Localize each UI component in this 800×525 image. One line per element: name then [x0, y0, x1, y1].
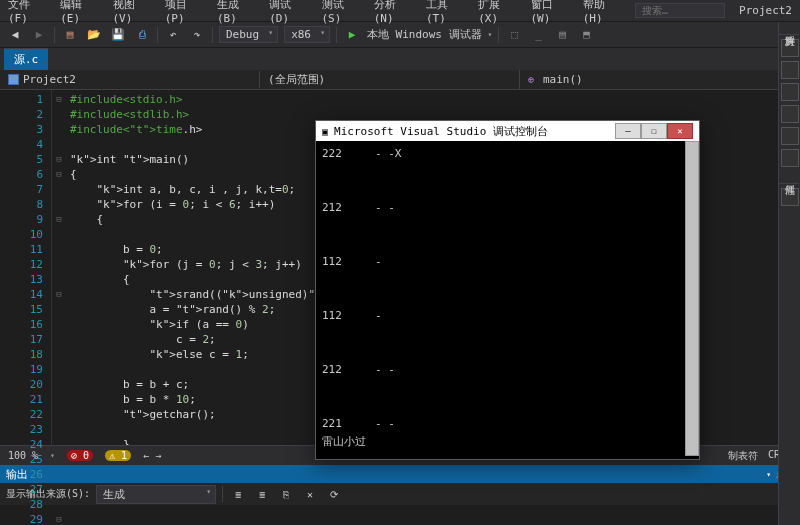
line-gutter: 1234567891011121314151617181920212223242… — [0, 90, 52, 445]
config-dropdown[interactable]: Debug — [219, 26, 278, 43]
menu-test[interactable]: 测试(S) — [322, 0, 360, 25]
dock-icon-2[interactable] — [781, 61, 799, 79]
tb-icon-1[interactable]: ⬚ — [505, 26, 523, 44]
dock-icon-3[interactable] — [781, 83, 799, 101]
undo-icon[interactable]: ↶ — [164, 26, 182, 44]
menu-help[interactable]: 帮助(H) — [583, 0, 621, 25]
out-ico-3[interactable]: ⎘ — [277, 485, 295, 503]
tb-icon-3[interactable]: ▤ — [553, 26, 571, 44]
nav-function[interactable]: ⊕main() — [520, 71, 780, 88]
saveall-icon[interactable]: ⎙ — [133, 26, 151, 44]
project-name: Project2 — [739, 4, 792, 17]
tb-icon-4[interactable]: ⬒ — [577, 26, 595, 44]
main-toolbar: ◀ ▶ ▤ 📂 💾 ⎙ ↶ ↷ Debug x86 ▶ 本地 Windows 调… — [0, 22, 800, 48]
console-app-icon: ▣ — [322, 126, 328, 137]
nav-scope-label: (全局范围) — [268, 72, 325, 87]
output-toolbar: 显示输出来源(S): 生成 ≣ ≣ ⎘ ✕ ⟳ — [0, 483, 800, 505]
nav-bar: Project2 (全局范围) ⊕main() + — [0, 70, 800, 90]
sb-tabs[interactable]: 制表符 — [728, 449, 758, 463]
menu-debug[interactable]: 调试(D) — [269, 0, 307, 25]
menu-edit[interactable]: 编辑(E) — [60, 0, 98, 25]
editor-tabstrip: 源.c — [0, 48, 800, 70]
project-icon — [8, 74, 19, 85]
nav-scope[interactable]: (全局范围) — [260, 70, 520, 89]
open-icon[interactable]: 📂 — [85, 26, 103, 44]
run-button[interactable]: 本地 Windows 调试器 — [367, 27, 482, 42]
nav-project[interactable]: Project2 — [0, 71, 260, 88]
platform-dropdown[interactable]: x86 — [284, 26, 330, 43]
console-output[interactable]: 222 - -X 212 - - 112 - 112 - 212 - - 221… — [316, 141, 699, 456]
right-dock: 解决方 属性 — [778, 22, 800, 525]
console-titlebar[interactable]: ▣ Microsoft Visual Studio 调试控制台 — ☐ ✕ — [316, 121, 699, 141]
nav-arrows[interactable]: ← → — [143, 450, 161, 461]
console-title-text: Microsoft Visual Studio 调试控制台 — [334, 124, 548, 139]
menu-build[interactable]: 生成(B) — [217, 0, 255, 25]
dock-solution-explorer[interactable]: 解决方 — [779, 22, 799, 35]
dock-icon-5[interactable] — [781, 127, 799, 145]
output-title: 输出 — [6, 467, 28, 482]
dock-icon-6[interactable] — [781, 149, 799, 167]
run-icon[interactable]: ▶ — [343, 26, 361, 44]
out-ico-1[interactable]: ≣ — [229, 485, 247, 503]
dock-icon-1[interactable] — [781, 39, 799, 57]
output-body[interactable] — [0, 505, 800, 525]
function-icon: ⊕ — [528, 74, 539, 85]
console-minimize-button[interactable]: — — [615, 123, 641, 139]
debug-console-window[interactable]: ▣ Microsoft Visual Studio 调试控制台 — ☐ ✕ 22… — [315, 120, 700, 460]
menu-project[interactable]: 项目(P) — [165, 0, 203, 25]
out-ico-4[interactable]: ✕ — [301, 485, 319, 503]
nav-project-label: Project2 — [23, 73, 76, 86]
output-panel-header: 输出 ▾ 📌 ✕ — [0, 465, 800, 483]
console-close-button[interactable]: ✕ — [667, 123, 693, 139]
console-maximize-button[interactable]: ☐ — [641, 123, 667, 139]
menu-view[interactable]: 视图(V) — [113, 0, 151, 25]
new-icon[interactable]: ▤ — [61, 26, 79, 44]
menu-window[interactable]: 窗口(W) — [531, 0, 569, 25]
console-scrollbar[interactable] — [685, 141, 699, 456]
redo-icon[interactable]: ↷ — [188, 26, 206, 44]
output-source-dropdown[interactable]: 生成 — [96, 485, 216, 504]
nav-back-icon[interactable]: ◀ — [6, 26, 24, 44]
menu-tools[interactable]: 工具(T) — [426, 0, 464, 25]
out-ico-2[interactable]: ≣ — [253, 485, 271, 503]
menu-file[interactable]: 文件(F) — [8, 0, 46, 25]
nav-func-label: main() — [543, 73, 583, 86]
warning-count[interactable]: ⚠ 1 — [105, 450, 131, 461]
menu-analyze[interactable]: 分析(N) — [374, 0, 412, 25]
zoom-level[interactable]: 100 % — [8, 450, 38, 461]
error-count[interactable]: ⊘ 0 — [67, 450, 93, 461]
tb-icon-2[interactable]: _ — [529, 26, 547, 44]
fold-gutter[interactable]: ⊟ ⊟⊟ ⊟ ⊟ ⊟ — [52, 90, 66, 445]
output-pin-icon[interactable]: ▾ — [766, 470, 771, 479]
menu-bar: 文件(F) 编辑(E) 视图(V) 项目(P) 生成(B) 调试(D) 测试(S… — [0, 0, 800, 22]
dock-icon-7[interactable] — [781, 188, 799, 206]
dock-properties[interactable]: 属性 — [779, 171, 799, 184]
save-icon[interactable]: 💾 — [109, 26, 127, 44]
search-input[interactable] — [635, 3, 725, 18]
dock-icon-4[interactable] — [781, 105, 799, 123]
nav-fwd-icon[interactable]: ▶ — [30, 26, 48, 44]
tab-source[interactable]: 源.c — [4, 48, 48, 70]
out-ico-5[interactable]: ⟳ — [325, 485, 343, 503]
menu-extensions[interactable]: 扩展(X) — [478, 0, 516, 25]
output-source-label: 显示输出来源(S): — [6, 487, 90, 501]
